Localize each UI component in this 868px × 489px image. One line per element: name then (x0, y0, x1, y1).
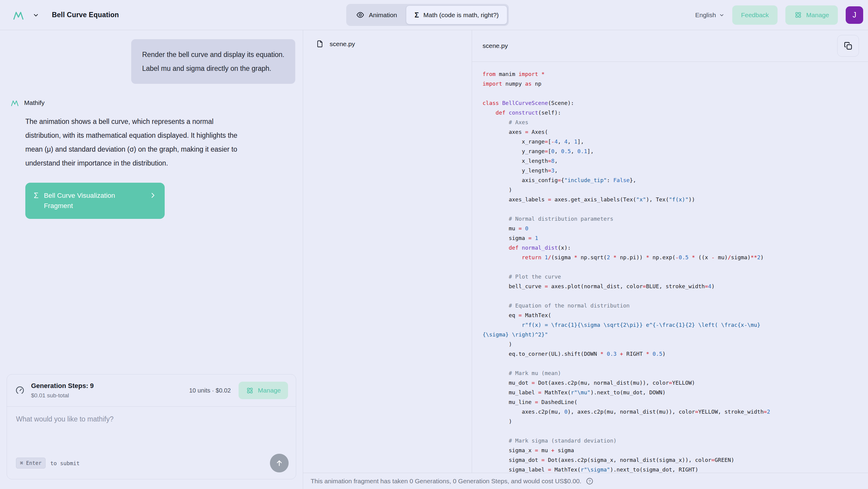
fragment-button[interactable]: Σ Bell Curve Visualization Fragment (25, 183, 165, 219)
header: Bell Curve Equation Animation Σ Math (co… (0, 0, 868, 30)
arrow-up-icon (275, 459, 283, 467)
right-body: scene.py scene.py from manim import (303, 30, 868, 473)
prompt-input[interactable] (16, 415, 287, 451)
view-tabs: Animation Σ Math (code is math, right?) (346, 4, 509, 26)
assistant-message: Mathify The animation shows a bell curve… (10, 99, 303, 219)
subtotal-label: $0.01 sub-total (31, 392, 94, 399)
file-item-scene-py[interactable]: scene.py (309, 35, 466, 53)
composer-card: Generation Steps: 9 $0.01 sub-total 10 u… (7, 374, 296, 479)
copy-button[interactable] (837, 35, 859, 57)
code-line: y_range=[0, 0.5, 0.1], (483, 146, 868, 156)
composer-input-area: ⌘ Enter to submit (7, 407, 296, 479)
code-line (483, 426, 868, 436)
app-root: Bell Curve Equation Animation Σ Math (co… (0, 0, 868, 489)
header-right: English Feedback Manage J (695, 5, 863, 25)
assistant-text: The animation shows a bell curve, which … (25, 115, 247, 170)
code-line: return 1/(sigma * np.sqrt(2 * np.pi)) * … (483, 253, 868, 262)
code-line: x_length=8, (483, 156, 868, 166)
code-line: mu = 0 (483, 224, 868, 233)
atom-icon (246, 387, 254, 395)
code-line: # Mark sigma (standard deviation) (483, 436, 868, 446)
code-line: axes = Axes( (483, 127, 868, 137)
code-line: # Mark mu (mean) (483, 368, 868, 378)
code-line: # Normal distribution parameters (483, 214, 868, 224)
composer-footer: ⌘ Enter to submit (16, 454, 289, 472)
code-panel: scene.py from manim import *import numpy… (472, 30, 868, 473)
feedback-button[interactable]: Feedback (732, 5, 777, 25)
generation-steps-label: Generation Steps: 9 (31, 382, 94, 390)
code-line: x_range=[-4, 4, 1], (483, 137, 868, 146)
brand: Bell Curve Equation (12, 10, 119, 21)
fragment-button-label: Bell Curve Visualization Fragment (44, 191, 133, 211)
workspace-switcher-button[interactable] (31, 10, 40, 20)
feedback-label: Feedback (741, 11, 769, 19)
code-line: # Axes (483, 118, 868, 127)
command-enter-kbd: ⌘ Enter (16, 458, 45, 468)
kbd-hint-text: to submit (50, 460, 80, 466)
mathify-logo-icon (10, 99, 19, 107)
code-line: axes.c2p(mu, 0), axes.c2p(mu, normal_dis… (483, 407, 868, 417)
code-line: axes_labels = axes.get_axis_labels(Tex("… (483, 195, 868, 204)
code-line: # Plot the curve (483, 272, 868, 282)
usage-manage-label: Manage (258, 387, 281, 394)
code-line: ) (483, 417, 868, 426)
mathify-logo-icon (12, 10, 25, 21)
main: Render the bell curve and display its eq… (0, 30, 868, 489)
chevron-down-icon (719, 12, 724, 18)
page-title: Bell Curve Equation (52, 11, 119, 19)
file-name: scene.py (330, 40, 355, 47)
code-line: ) (483, 185, 868, 195)
code-line: y_length=3, (483, 166, 868, 175)
code-content[interactable]: from manim import *import numpy as np cl… (472, 62, 868, 473)
usage-right: 10 units · $0.02 Manage (189, 382, 288, 399)
copy-icon (843, 41, 852, 50)
code-line: # Equation of the normal distribution (483, 301, 868, 311)
units-label: 10 units · $0.02 (189, 387, 231, 394)
status-text: This animation fragment has taken 0 Gene… (311, 478, 582, 485)
code-line: eq = MathTex( (483, 311, 868, 320)
code-line: mu_dot = Dot(axes.c2p(mu, normal_dist(mu… (483, 378, 868, 388)
code-line: ) (483, 339, 868, 349)
tab-animation-label: Animation (369, 11, 397, 19)
tab-math-label: Math (code is math, right?) (424, 11, 499, 19)
sigma-icon: Σ (34, 191, 38, 200)
status-bar: This animation fragment has taken 0 Gene… (303, 473, 868, 489)
code-line: {\sigma} \right)^2}" (483, 330, 868, 339)
gauge-icon (15, 385, 25, 395)
code-line: r"f(x) = \frac{1}{\sigma \sqrt{2\pi}} e^… (483, 320, 868, 330)
submit-button[interactable] (270, 454, 289, 472)
assistant-header: Mathify (10, 99, 303, 107)
code-line: sigma_dot = Dot(axes.c2p(sigma_x, normal… (483, 455, 868, 465)
code-line: sigma_x = mu + sigma (483, 446, 868, 455)
code-line: def construct(self): (483, 108, 868, 118)
language-selector[interactable]: English (695, 11, 724, 19)
code-line: sigma = 1 (483, 233, 868, 243)
file-list: scene.py (303, 30, 472, 473)
eye-icon (356, 11, 364, 19)
assistant-name: Mathify (24, 99, 44, 106)
avatar-initial: J (852, 10, 857, 19)
code-line: eq.to_corner(UL).shift(DOWN * 0.3 + RIGH… (483, 349, 868, 359)
svg-text:?: ? (588, 479, 591, 483)
code-line (483, 204, 868, 214)
language-label: English (695, 11, 716, 19)
code-line: bell_curve = axes.plot(normal_dist, colo… (483, 282, 868, 291)
manage-label: Manage (806, 11, 829, 19)
atom-icon (794, 11, 802, 19)
help-icon[interactable]: ? (586, 477, 593, 485)
tab-math[interactable]: Σ Math (code is math, right?) (406, 5, 507, 25)
code-line (483, 89, 868, 98)
code-line: mu_line = DashedLine( (483, 397, 868, 407)
avatar[interactable]: J (846, 6, 863, 24)
code-line: import numpy as np (483, 79, 868, 89)
chevron-right-icon (150, 192, 156, 199)
code-line: sigma_label = MathTex(r"\sigma").next_to… (483, 465, 868, 473)
tab-animation[interactable]: Animation (348, 5, 405, 25)
code-line: class BellCurveScene(Scene): (483, 98, 868, 108)
code-line: from manim import * (483, 69, 868, 79)
right-panel: scene.py scene.py from manim import (303, 30, 868, 489)
usage-manage-button[interactable]: Manage (239, 382, 288, 399)
code-line (483, 359, 868, 368)
sigma-icon: Σ (414, 11, 418, 19)
manage-button[interactable]: Manage (785, 5, 838, 25)
